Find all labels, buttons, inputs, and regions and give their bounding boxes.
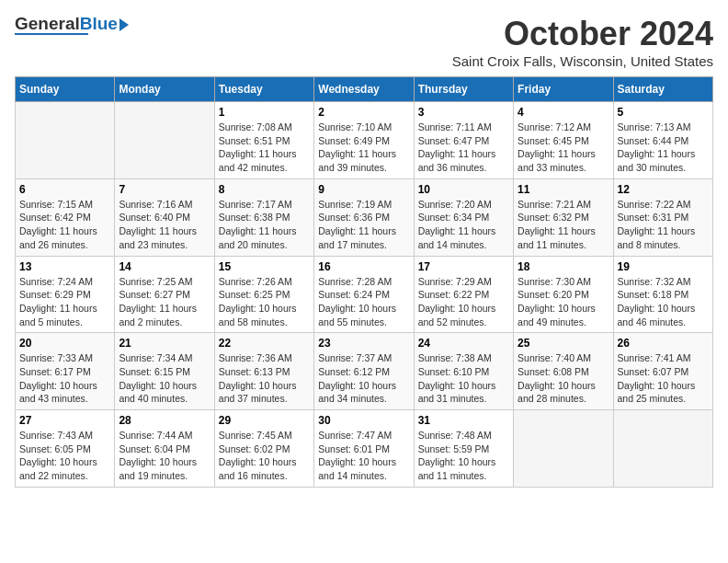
calendar-cell: 1Sunrise: 7:08 AMSunset: 6:51 PMDaylight… — [214, 102, 313, 179]
day-info: Sunrise: 7:33 AMSunset: 6:17 PMDaylight:… — [19, 351, 110, 406]
day-info: Sunrise: 7:40 AMSunset: 6:08 PMDaylight:… — [518, 351, 609, 406]
calendar-cell — [16, 102, 115, 179]
sunset-text: Sunset: 6:15 PM — [119, 365, 210, 379]
day-number: 23 — [318, 337, 409, 350]
sunrise-text: Sunrise: 7:13 AM — [618, 121, 709, 134]
sunrise-text: Sunrise: 7:08 AM — [219, 121, 310, 134]
calendar-cell: 27Sunrise: 7:43 AMSunset: 6:05 PMDayligh… — [16, 410, 115, 488]
sunrise-text: Sunrise: 7:21 AM — [518, 198, 609, 212]
day-number: 16 — [318, 260, 409, 273]
daylight-text: Daylight: 10 hours and 14 minutes. — [318, 455, 409, 482]
calendar-week-3: 13Sunrise: 7:24 AMSunset: 6:29 PMDayligh… — [16, 256, 713, 333]
sunset-text: Sunset: 6:18 PM — [618, 288, 709, 302]
day-info: Sunrise: 7:12 AMSunset: 6:45 PMDaylight:… — [518, 121, 609, 175]
sunset-text: Sunset: 6:36 PM — [318, 211, 409, 224]
day-number: 18 — [518, 260, 609, 273]
day-info: Sunrise: 7:08 AMSunset: 6:51 PMDaylight:… — [219, 121, 310, 175]
daylight-text: Daylight: 11 hours and 11 minutes. — [518, 224, 609, 251]
day-number: 4 — [518, 106, 609, 119]
day-info: Sunrise: 7:13 AMSunset: 6:44 PMDaylight:… — [618, 121, 709, 175]
sunset-text: Sunset: 6:17 PM — [19, 365, 110, 379]
day-number: 29 — [219, 414, 310, 427]
sunrise-text: Sunrise: 7:48 AM — [418, 429, 509, 442]
page-title: October 2024 — [452, 15, 713, 53]
calendar-cell: 6Sunrise: 7:15 AMSunset: 6:42 PMDaylight… — [16, 178, 115, 256]
logo-general: General — [15, 14, 80, 33]
sunset-text: Sunset: 5:59 PM — [418, 442, 509, 456]
daylight-text: Daylight: 10 hours and 43 minutes. — [19, 379, 110, 406]
daylight-text: Daylight: 10 hours and 58 minutes. — [219, 302, 310, 328]
day-info: Sunrise: 7:43 AMSunset: 6:05 PMDaylight:… — [19, 429, 110, 483]
sunrise-text: Sunrise: 7:15 AM — [19, 198, 110, 212]
day-number: 10 — [418, 183, 509, 196]
daylight-text: Daylight: 10 hours and 16 minutes. — [219, 455, 310, 482]
sunrise-text: Sunrise: 7:22 AM — [618, 198, 709, 212]
day-info: Sunrise: 7:30 AMSunset: 6:20 PMDaylight:… — [518, 275, 609, 329]
day-number: 19 — [618, 260, 709, 273]
day-info: Sunrise: 7:21 AMSunset: 6:32 PMDaylight:… — [518, 198, 609, 252]
day-info: Sunrise: 7:24 AMSunset: 6:29 PMDaylight:… — [19, 275, 110, 329]
day-number: 5 — [618, 106, 709, 119]
sunrise-text: Sunrise: 7:11 AM — [418, 121, 509, 134]
day-info: Sunrise: 7:19 AMSunset: 6:36 PMDaylight:… — [318, 198, 409, 252]
sunrise-text: Sunrise: 7:26 AM — [219, 275, 310, 289]
sunset-text: Sunset: 6:08 PM — [518, 365, 609, 379]
calendar-table: SundayMondayTuesdayWednesdayThursdayFrid… — [15, 76, 713, 488]
daylight-text: Daylight: 10 hours and 40 minutes. — [119, 379, 210, 406]
daylight-text: Daylight: 11 hours and 5 minutes. — [19, 302, 110, 328]
day-number: 21 — [119, 337, 210, 350]
calendar-cell: 31Sunrise: 7:48 AMSunset: 5:59 PMDayligh… — [414, 410, 513, 488]
calendar-cell: 18Sunrise: 7:30 AMSunset: 6:20 PMDayligh… — [514, 256, 613, 333]
sunrise-text: Sunrise: 7:33 AM — [19, 351, 110, 365]
sunset-text: Sunset: 6:12 PM — [318, 365, 409, 379]
sunrise-text: Sunrise: 7:44 AM — [119, 429, 210, 442]
calendar-cell: 8Sunrise: 7:17 AMSunset: 6:38 PMDaylight… — [214, 178, 313, 256]
calendar-cell: 30Sunrise: 7:47 AMSunset: 6:01 PMDayligh… — [314, 410, 414, 488]
daylight-text: Daylight: 10 hours and 55 minutes. — [318, 302, 409, 328]
calendar-cell — [613, 410, 712, 488]
sunset-text: Sunset: 6:24 PM — [318, 288, 409, 302]
sunrise-text: Sunrise: 7:34 AM — [119, 351, 210, 365]
calendar-cell: 9Sunrise: 7:19 AMSunset: 6:36 PMDaylight… — [314, 178, 414, 256]
calendar-cell: 11Sunrise: 7:21 AMSunset: 6:32 PMDayligh… — [514, 178, 613, 256]
sunrise-text: Sunrise: 7:10 AM — [318, 121, 409, 134]
daylight-text: Daylight: 10 hours and 46 minutes. — [618, 302, 709, 328]
daylight-text: Daylight: 11 hours and 39 minutes. — [318, 147, 409, 174]
sunset-text: Sunset: 6:34 PM — [418, 211, 509, 224]
calendar-cell: 4Sunrise: 7:12 AMSunset: 6:45 PMDaylight… — [514, 102, 613, 179]
day-info: Sunrise: 7:26 AMSunset: 6:25 PMDaylight:… — [219, 275, 310, 329]
sunset-text: Sunset: 6:27 PM — [119, 288, 210, 302]
day-info: Sunrise: 7:11 AMSunset: 6:47 PMDaylight:… — [418, 121, 509, 175]
calendar-cell: 12Sunrise: 7:22 AMSunset: 6:31 PMDayligh… — [613, 178, 712, 256]
day-number: 6 — [19, 183, 110, 196]
sunset-text: Sunset: 6:31 PM — [618, 211, 709, 224]
calendar-cell: 14Sunrise: 7:25 AMSunset: 6:27 PMDayligh… — [115, 256, 214, 333]
day-number: 17 — [418, 260, 509, 273]
sunrise-text: Sunrise: 7:24 AM — [19, 275, 110, 289]
day-info: Sunrise: 7:16 AMSunset: 6:40 PMDaylight:… — [119, 198, 210, 252]
sunset-text: Sunset: 6:13 PM — [219, 365, 310, 379]
page-header: GeneralBlue October 2024 Saint Croix Fal… — [15, 15, 713, 69]
sunset-text: Sunset: 6:38 PM — [219, 211, 310, 224]
sunset-text: Sunset: 6:10 PM — [418, 365, 509, 379]
day-info: Sunrise: 7:36 AMSunset: 6:13 PMDaylight:… — [219, 351, 310, 406]
daylight-text: Daylight: 10 hours and 25 minutes. — [618, 379, 709, 406]
logo-divider — [15, 33, 88, 35]
sunset-text: Sunset: 6:51 PM — [219, 134, 310, 148]
sunset-text: Sunset: 6:25 PM — [219, 288, 310, 302]
calendar-cell: 24Sunrise: 7:38 AMSunset: 6:10 PMDayligh… — [414, 333, 513, 410]
day-number: 15 — [219, 260, 310, 273]
day-info: Sunrise: 7:41 AMSunset: 6:07 PMDaylight:… — [618, 351, 709, 406]
daylight-text: Daylight: 11 hours and 30 minutes. — [618, 147, 709, 174]
sunset-text: Sunset: 6:49 PM — [318, 134, 409, 148]
day-number: 31 — [418, 414, 509, 427]
daylight-text: Daylight: 11 hours and 33 minutes. — [518, 147, 609, 174]
calendar-cell: 17Sunrise: 7:29 AMSunset: 6:22 PMDayligh… — [414, 256, 513, 333]
calendar-week-1: 1Sunrise: 7:08 AMSunset: 6:51 PMDaylight… — [16, 102, 713, 179]
day-info: Sunrise: 7:22 AMSunset: 6:31 PMDaylight:… — [618, 198, 709, 252]
sunset-text: Sunset: 6:44 PM — [618, 134, 709, 148]
calendar-week-4: 20Sunrise: 7:33 AMSunset: 6:17 PMDayligh… — [16, 333, 713, 410]
daylight-text: Daylight: 10 hours and 19 minutes. — [119, 455, 210, 482]
calendar-cell: 28Sunrise: 7:44 AMSunset: 6:04 PMDayligh… — [115, 410, 214, 488]
day-number: 28 — [119, 414, 210, 427]
